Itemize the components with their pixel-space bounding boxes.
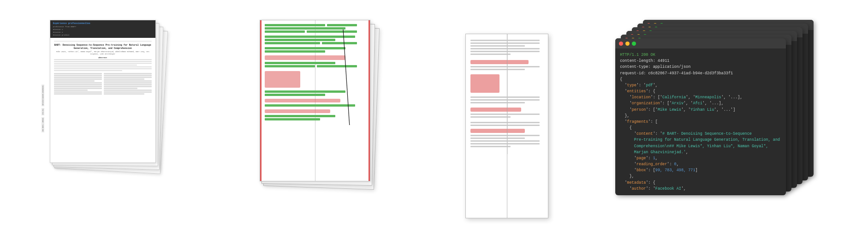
anno-row bbox=[265, 118, 365, 120]
green-bar bbox=[265, 115, 335, 117]
text-line bbox=[104, 77, 152, 78]
sp-text-line bbox=[470, 48, 540, 49]
anno-row bbox=[265, 42, 365, 44]
doc-two-col bbox=[54, 73, 152, 95]
tw-maximize-button[interactable] bbox=[632, 42, 636, 46]
green-bar bbox=[265, 30, 305, 33]
green-bar bbox=[265, 94, 325, 96]
text-line bbox=[54, 63, 152, 64]
sp-text-line bbox=[470, 42, 540, 44]
doc-header-item-3: Mission 2 bbox=[53, 31, 153, 33]
anno-row bbox=[265, 115, 365, 117]
arxiv-label: arXiv:1910.13461v1 bbox=[42, 84, 44, 106]
anno-row bbox=[265, 90, 365, 93]
page-line-front: 'page': 1, bbox=[620, 156, 658, 161]
anno-row bbox=[265, 27, 365, 30]
green-bar bbox=[265, 36, 355, 38]
sp-text-line bbox=[470, 140, 540, 142]
anno-row bbox=[265, 30, 365, 33]
reading-order-front: 'reading_order': 0, bbox=[620, 162, 679, 167]
green-bar bbox=[265, 90, 345, 93]
text-line bbox=[104, 93, 144, 95]
anno-red-highlight-2 bbox=[265, 99, 340, 102]
text-line bbox=[54, 65, 137, 66]
sp-text-line bbox=[470, 66, 540, 67]
tw-body-front: HTTP/1.1 200 OK content-length: 44911 co… bbox=[615, 48, 786, 195]
sp-text-line bbox=[470, 114, 540, 115]
text-line bbox=[104, 73, 152, 74]
main-container: Expérience professionnelles Architecte f… bbox=[0, 0, 868, 252]
sp-text-line bbox=[470, 96, 540, 98]
text-line bbox=[54, 90, 88, 91]
green-bar bbox=[307, 30, 357, 33]
date-label: 29 Oct. 2019 bbox=[42, 117, 44, 132]
abstract-text-lines bbox=[54, 59, 152, 72]
anno-row bbox=[265, 94, 365, 96]
sp-text-line bbox=[470, 143, 540, 144]
doc-paper-title: BART: Denoising Sequence-to-Sequence Pre… bbox=[54, 44, 152, 50]
doc-col-left bbox=[54, 73, 102, 95]
tw-titlebar-front bbox=[615, 38, 786, 48]
anno-red-highlight-box bbox=[265, 71, 300, 88]
tw-close-button[interactable] bbox=[619, 42, 623, 46]
anno-red-highlight-1 bbox=[265, 55, 345, 60]
type-line-front: 'type': 'pdf', bbox=[620, 83, 658, 88]
sp-text-line bbox=[470, 125, 540, 126]
anno-inner bbox=[260, 20, 370, 125]
request-id-front: request-id: c6c82067-4937-41ad-b94e-d2d3… bbox=[620, 71, 733, 76]
doc-side-labels: arXiv:1910.13461v1 cs.CL 29 Oct. 2019 bbox=[42, 84, 44, 132]
sp-red-highlight-1 bbox=[470, 60, 529, 64]
body-open-front: { bbox=[620, 77, 622, 82]
sp-text-line bbox=[470, 135, 540, 136]
text-line bbox=[104, 91, 152, 93]
tw-minimize-button[interactable] bbox=[625, 42, 630, 46]
content-text-front: Pre-training for Natural Language Genera… bbox=[620, 138, 780, 142]
text-line bbox=[54, 77, 102, 78]
green-bar bbox=[265, 104, 355, 107]
anno-row bbox=[265, 24, 365, 26]
anno-row bbox=[265, 36, 365, 38]
sp-red-highlight-box bbox=[470, 74, 499, 93]
frag-open-front: { bbox=[620, 126, 632, 130]
content-type-front: content-type: application/json bbox=[620, 65, 690, 69]
single-page-container bbox=[461, 29, 553, 223]
anno-row bbox=[265, 104, 365, 107]
text-line bbox=[54, 59, 152, 60]
location-line-front: 'location': ['California', 'Minneapolis'… bbox=[620, 95, 742, 100]
sp-text-line bbox=[470, 146, 511, 147]
doc-title-block: BART: Denoising Sequence-to-Sequence Pre… bbox=[54, 44, 152, 55]
doc-col-right bbox=[104, 73, 152, 95]
content-length-front: content-length: 44911 bbox=[620, 59, 669, 63]
metadata-front: 'metadata': { bbox=[620, 180, 655, 185]
doc-meta-line bbox=[54, 41, 152, 42]
text-line bbox=[54, 66, 152, 68]
text-line bbox=[54, 70, 122, 72]
text-line bbox=[104, 84, 152, 85]
content-key-front: 'content': '# BART- Denoising Sequence-t… bbox=[620, 132, 752, 136]
sp-text-line bbox=[470, 40, 540, 41]
green-bar bbox=[322, 42, 357, 44]
text-line bbox=[54, 75, 102, 76]
sp-text-line bbox=[470, 138, 525, 139]
green-bar bbox=[265, 24, 325, 26]
doc-header-item-4: Mission produit bbox=[53, 34, 153, 36]
sp-text-line bbox=[470, 69, 525, 70]
text-line bbox=[104, 86, 152, 87]
green-bar bbox=[327, 24, 357, 26]
green-bar bbox=[265, 27, 345, 30]
text-line bbox=[54, 78, 102, 80]
text-line bbox=[54, 73, 102, 74]
content-text2-front: Comprehension\n## Mike Lewis*, Yinhan Li… bbox=[620, 144, 768, 149]
bbox-front: 'bbox': [99, 783, 498, 771] bbox=[620, 168, 697, 173]
content-text3-front: Marjan Ghazvininejad.', bbox=[620, 150, 688, 155]
terminal-window-front[interactable]: HTTP/1.1 200 OK content-length: 44911 co… bbox=[615, 38, 786, 195]
single-annotated-page bbox=[465, 34, 548, 218]
text-line bbox=[54, 93, 102, 95]
text-line bbox=[54, 91, 102, 93]
fragments-line-front: 'fragments': [ bbox=[620, 120, 658, 124]
green-bar bbox=[265, 42, 320, 44]
text-line bbox=[54, 86, 102, 87]
doc-header-item-2: Mission 1 bbox=[53, 29, 153, 30]
text-line bbox=[54, 84, 102, 85]
green-bar bbox=[265, 65, 315, 67]
